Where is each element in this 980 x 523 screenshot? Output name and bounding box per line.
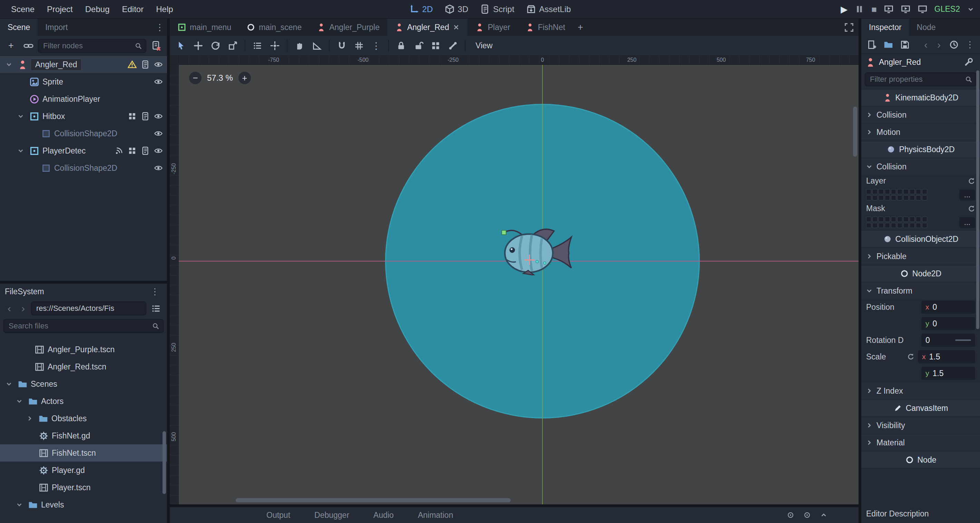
mask-more-button[interactable]: ...	[959, 217, 975, 228]
mask-bit[interactable]	[922, 217, 927, 222]
layer-bit[interactable]	[897, 195, 902, 200]
tab-inspector[interactable]: Inspector	[861, 19, 909, 36]
revert-icon[interactable]	[967, 177, 975, 185]
group-visibility[interactable]: Visibility	[861, 417, 980, 433]
script-icon[interactable]	[141, 146, 150, 155]
layer-bit[interactable]	[866, 195, 871, 200]
clear-script-button[interactable]	[148, 38, 164, 54]
close-tab-icon[interactable]	[452, 24, 460, 31]
visibility-eye-icon[interactable]	[154, 164, 163, 172]
mask-bit[interactable]	[885, 223, 890, 228]
pause-button[interactable]	[854, 4, 864, 14]
search-files-input[interactable]	[3, 319, 164, 333]
video-driver-select[interactable]: GLES2	[934, 5, 960, 14]
tree-row-angler-red[interactable]: Angler_Red	[0, 56, 167, 73]
layer-bit[interactable]	[904, 195, 908, 200]
collision-mask-grid[interactable]	[866, 217, 927, 228]
pivot-point-button[interactable]	[267, 38, 282, 54]
show-list-select-button[interactable]	[250, 38, 265, 54]
menu-editor[interactable]: Editor	[116, 2, 150, 17]
file-row-player-tscn[interactable]: Player.tscn	[0, 479, 167, 496]
mask-bit[interactable]	[878, 217, 884, 222]
mask-bit[interactable]	[922, 223, 927, 228]
mask-bit[interactable]	[878, 223, 884, 228]
collapse-arrow-icon[interactable]	[3, 380, 14, 388]
viewport-canvas[interactable]: − 57.3 % +	[179, 65, 859, 504]
chevron-down-icon[interactable]	[967, 6, 974, 13]
tree-row-hitbox[interactable]: Hitbox	[0, 108, 167, 125]
move-tool-button[interactable]	[191, 38, 206, 54]
collapse-arrow-icon[interactable]	[3, 61, 14, 68]
scene-dock-menu-button[interactable]: ⋮	[153, 19, 167, 36]
layer-bit[interactable]	[872, 189, 878, 194]
tab-main-scene[interactable]: main_scene	[239, 19, 309, 36]
folder-row-actors[interactable]: Actors	[0, 393, 167, 410]
script-icon[interactable]	[141, 112, 150, 121]
tree-row-playerdetec[interactable]: PlayerDetec	[0, 142, 167, 159]
layer-bit[interactable]	[897, 189, 902, 194]
filesystem-menu-button[interactable]: ⋮	[148, 286, 162, 297]
layer-bit[interactable]	[885, 189, 890, 194]
angler-fish-sprite[interactable]	[501, 221, 582, 275]
layer-bit[interactable]	[891, 195, 896, 200]
expand-bottom-panel-icon[interactable]	[820, 511, 827, 519]
layer-bit[interactable]	[872, 195, 878, 200]
group-pickable[interactable]: Pickable	[861, 248, 980, 264]
class-header-physicsbody2d[interactable]: PhysicsBody2D	[861, 141, 980, 157]
position-y-field[interactable]: y 0	[921, 317, 975, 330]
layer-bit[interactable]	[878, 195, 884, 200]
layer-bit[interactable]	[904, 189, 908, 194]
add-node-button[interactable]: +	[3, 38, 19, 54]
visibility-eye-icon[interactable]	[154, 146, 163, 155]
canvas-hscrollbar[interactable]	[236, 498, 511, 502]
layer-bit[interactable]	[891, 189, 896, 194]
grid-snap-button[interactable]	[351, 38, 366, 54]
tab-scene[interactable]: Scene	[0, 19, 38, 36]
mask-bit[interactable]	[904, 223, 908, 228]
mode-script-button[interactable]: Script	[480, 4, 514, 14]
play-custom-scene-button[interactable]	[900, 4, 911, 14]
tab-player[interactable]: Player	[468, 19, 518, 36]
object-tools-button[interactable]	[961, 54, 976, 70]
nav-back-button[interactable]: ‹	[3, 302, 15, 315]
revert-icon[interactable]	[907, 353, 915, 361]
visibility-eye-icon[interactable]	[154, 112, 163, 121]
tab-main-menu[interactable]: main_menu	[170, 19, 239, 36]
layer-bit[interactable]	[922, 189, 927, 194]
script-icon[interactable]	[141, 60, 150, 69]
file-row-fishnet-gd[interactable]: FishNet.gd	[0, 427, 167, 444]
scale-y-field[interactable]: y 1.5	[921, 367, 975, 380]
tree-row-collisionshape2d[interactable]: CollisionShape2D	[0, 125, 167, 142]
nav-forward-button[interactable]: ›	[17, 302, 29, 315]
menu-scene[interactable]: Scene	[5, 2, 41, 17]
class-header-node2d[interactable]: Node2D	[861, 265, 980, 281]
expand-arrow-icon[interactable]	[24, 415, 35, 422]
load-resource-button[interactable]	[881, 37, 896, 52]
menu-help[interactable]: Help	[150, 2, 179, 17]
layer-bit[interactable]	[910, 189, 915, 194]
folder-row-scenes[interactable]: Scenes	[0, 375, 167, 393]
tab-import[interactable]: Import	[38, 19, 75, 36]
file-row-fishnet-tscn[interactable]: FishNet.tscn	[0, 444, 167, 462]
layer-bit[interactable]	[866, 189, 871, 194]
bottom-tab-output[interactable]: Output	[266, 510, 290, 520]
mode-assetlib-button[interactable]: AssetLib	[526, 4, 571, 14]
history-forward-button[interactable]: ›	[933, 38, 945, 52]
mask-bit[interactable]	[872, 217, 878, 222]
collapse-arrow-icon[interactable]	[14, 397, 25, 405]
collapse-arrow-icon[interactable]	[14, 501, 25, 509]
mask-bit[interactable]	[891, 217, 896, 222]
group-icon[interactable]	[128, 146, 137, 155]
save-resource-button[interactable]	[897, 37, 912, 52]
mask-bit[interactable]	[916, 223, 921, 228]
pan-tool-button[interactable]	[292, 38, 307, 54]
revert-icon[interactable]	[967, 205, 975, 213]
layer-more-button[interactable]: ...	[959, 189, 975, 200]
select-tool-button[interactable]	[173, 38, 188, 54]
lock-object-button[interactable]	[393, 38, 409, 54]
new-scene-tab-button[interactable]: +	[573, 19, 588, 36]
collapse-arrow-icon[interactable]	[15, 113, 26, 120]
rotate-tool-button[interactable]	[208, 38, 223, 54]
tree-row-collisionshape2d[interactable]: CollisionShape2D	[0, 159, 167, 176]
history-button[interactable]	[946, 37, 961, 52]
